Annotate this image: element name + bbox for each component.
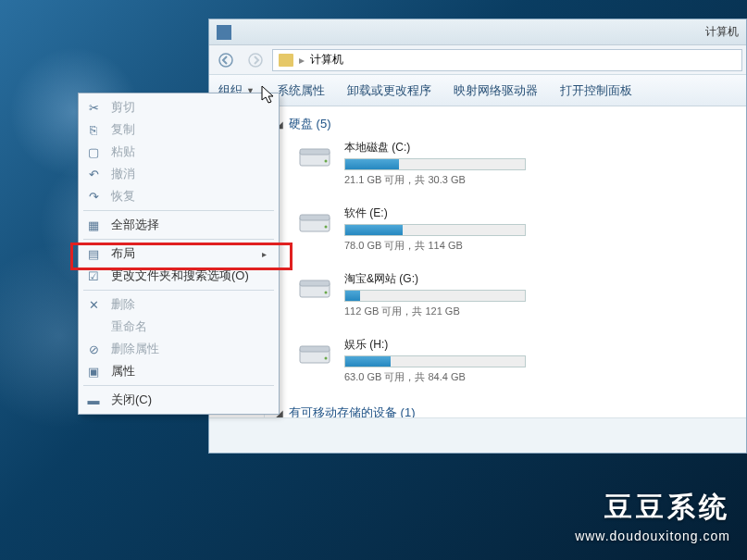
hard-drives-section-header[interactable]: ◢ 硬盘 (5) (276, 112, 735, 140)
window-title: 计算机 (705, 24, 739, 40)
menu-select-all[interactable]: ▦全部选择 (81, 214, 276, 236)
menu-redo[interactable]: ↷恢复 (81, 185, 276, 207)
menu-rename[interactable]: 重命名 (81, 316, 276, 338)
computer-icon (217, 25, 231, 40)
map-network-drive-button[interactable]: 映射网络驱动器 (454, 82, 538, 99)
nav-forward-button[interactable] (243, 49, 268, 71)
menu-separator (83, 239, 274, 240)
svg-rect-9 (300, 280, 330, 286)
computer-icon (279, 54, 293, 67)
drive-item[interactable]: 娱乐 (H:) 63.0 GB 可用，共 84.4 GB (294, 337, 526, 384)
drive-stats: 112 GB 可用，共 121 GB (344, 305, 526, 318)
close-icon: ▬ (85, 392, 102, 408)
content-area: 访问的位置 V视频 十算机 ◢ 硬盘 (5) 本地磁盘 (C:) 21.1 GB… (209, 106, 746, 417)
svg-point-1 (249, 54, 262, 67)
properties-icon: ▣ (85, 363, 102, 380)
menu-separator (83, 385, 274, 386)
watermark-url: www.doudouxitong.com (575, 529, 730, 543)
drive-name: 本地磁盘 (C:) (344, 140, 526, 156)
menu-cut[interactable]: ✂剪切 (81, 96, 276, 118)
drive-name: 淘宝&网站 (G:) (344, 271, 526, 287)
breadcrumb-label[interactable]: 计算机 (310, 52, 343, 68)
svg-point-0 (219, 54, 232, 67)
uninstall-programs-button[interactable]: 卸载或更改程序 (347, 82, 431, 99)
watermark: 豆豆系统 www.doudouxitong.com (575, 489, 730, 543)
menu-properties[interactable]: ▣属性 (81, 360, 276, 382)
menu-paste[interactable]: ▢粘贴 (81, 141, 276, 163)
menu-delete[interactable]: ✕删除 (81, 293, 276, 316)
drive-usage-bar (344, 355, 526, 367)
hard-drive-icon (294, 337, 335, 370)
select-all-icon: ▦ (85, 217, 102, 233)
menu-undo[interactable]: ↶撤消 (81, 163, 276, 185)
menu-separator (83, 210, 274, 211)
open-control-panel-button[interactable]: 打开控制面板 (560, 82, 632, 99)
hard-drive-icon (294, 140, 335, 173)
delete-icon: ✕ (85, 296, 102, 313)
redo-icon: ↷ (85, 188, 102, 205)
paste-icon: ▢ (85, 143, 102, 160)
breadcrumb-separator: ▸ (299, 54, 305, 67)
menu-remove-props[interactable]: ⊘删除属性 (81, 338, 276, 360)
system-properties-button[interactable]: 系统属性 (277, 82, 325, 99)
undo-icon: ↶ (85, 166, 102, 182)
window-titlebar[interactable]: 计算机 (209, 19, 746, 45)
svg-rect-6 (300, 215, 330, 220)
navigation-bar: ▸ 计算机 (209, 45, 746, 75)
menu-separator (83, 290, 274, 291)
cut-icon: ✂ (85, 99, 102, 116)
drive-stats: 63.0 GB 可用，共 84.4 GB (344, 370, 526, 384)
svg-point-7 (325, 226, 328, 229)
hard-drive-icon (294, 271, 335, 305)
drives-grid: 本地磁盘 (C:) 21.1 GB 可用，共 30.3 GB 软件 (E:) 7… (294, 140, 735, 384)
svg-point-13 (325, 357, 328, 360)
drive-stats: 21.1 GB 可用，共 30.3 GB (344, 173, 526, 187)
menu-folder-options[interactable]: ☑更改文件夹和搜索选项(O) (81, 265, 276, 287)
svg-rect-12 (300, 346, 330, 352)
main-panel: ◢ 硬盘 (5) 本地磁盘 (C:) 21.1 GB 可用，共 30.3 GB … (265, 106, 746, 417)
rename-icon (85, 318, 102, 335)
drive-usage-bar (344, 290, 526, 302)
svg-point-10 (325, 292, 328, 294)
removable-section-header[interactable]: ◢ 有可移动存储的设备 (1) (276, 401, 735, 417)
drive-name: 娱乐 (H:) (344, 337, 526, 353)
address-bar[interactable]: ▸ 计算机 (272, 49, 742, 71)
drive-item[interactable]: 软件 (E:) 78.0 GB 可用，共 114 GB (294, 205, 526, 253)
svg-point-4 (325, 160, 328, 163)
menu-close[interactable]: ▬关闭(C) (81, 389, 276, 411)
details-pane (209, 417, 746, 453)
svg-rect-3 (300, 149, 330, 155)
drive-name: 软件 (E:) (344, 205, 526, 221)
menu-layout[interactable]: ▤布局▸ (81, 243, 276, 265)
watermark-title: 豆豆系统 (575, 489, 730, 527)
copy-icon: ⎘ (85, 121, 102, 138)
command-toolbar: 组织 ▼ 系统属性 卸载或更改程序 映射网络驱动器 打开控制面板 (209, 75, 746, 106)
submenu-arrow-icon: ▸ (262, 249, 267, 259)
options-icon: ☑ (85, 268, 102, 284)
file-explorer-window: 计算机 ▸ 计算机 组织 ▼ 系统属性 卸载或更改程序 映射网络驱动器 打开控制… (208, 19, 747, 454)
drive-usage-bar (344, 158, 526, 170)
layout-icon: ▤ (85, 245, 102, 262)
organize-context-menu: ✂剪切 ⎘复制 ▢粘贴 ↶撤消 ↷恢复 ▦全部选择 ▤布局▸ ☑更改文件夹和搜索… (78, 93, 280, 415)
nav-back-button[interactable] (213, 49, 239, 71)
remove-props-icon: ⊘ (85, 341, 102, 357)
drive-item[interactable]: 本地磁盘 (C:) 21.1 GB 可用，共 30.3 GB (294, 140, 526, 187)
drive-usage-bar (344, 224, 526, 236)
drive-item[interactable]: 淘宝&网站 (G:) 112 GB 可用，共 121 GB (294, 271, 526, 318)
hard-drive-icon (294, 205, 335, 239)
drive-stats: 78.0 GB 可用，共 114 GB (344, 239, 526, 253)
menu-copy[interactable]: ⎘复制 (81, 118, 276, 141)
